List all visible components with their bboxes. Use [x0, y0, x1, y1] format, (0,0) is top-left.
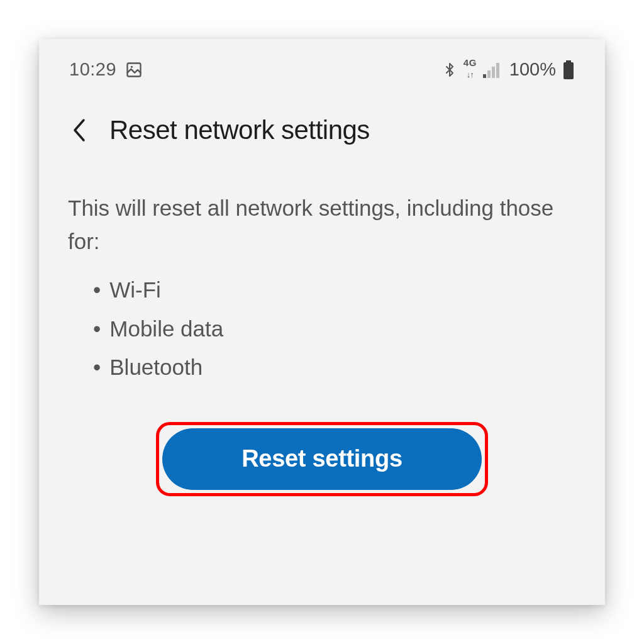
data-arrows-icon: ↓↑	[467, 70, 474, 79]
svg-rect-2	[483, 74, 486, 78]
page-title: Reset network settings	[109, 115, 370, 145]
list-item: Bluetooth	[93, 348, 576, 387]
status-right: 4G ↓↑ 100%	[442, 59, 575, 80]
highlight-annotation: Reset settings	[156, 422, 488, 496]
list-item: Wi-Fi	[93, 270, 576, 309]
button-container: Reset settings	[68, 422, 576, 496]
status-left: 10:29	[69, 59, 143, 80]
reset-settings-button[interactable]: Reset settings	[162, 428, 482, 490]
svg-rect-3	[487, 70, 491, 78]
list-item: Mobile data	[93, 309, 576, 348]
settings-screen: 10:29 4G ↓↑	[39, 39, 605, 605]
svg-rect-6	[566, 60, 571, 62]
bluetooth-icon	[442, 60, 457, 79]
back-button[interactable]	[68, 118, 92, 142]
svg-rect-4	[492, 67, 495, 78]
battery-icon	[562, 60, 575, 79]
svg-rect-5	[496, 63, 499, 78]
svg-rect-7	[564, 62, 574, 79]
description-text: This will reset all network settings, in…	[68, 192, 576, 258]
status-bar: 10:29 4G ↓↑	[68, 57, 576, 86]
reset-items-list: Wi-Fi Mobile data Bluetooth	[93, 270, 576, 387]
battery-percentage: 100%	[509, 59, 556, 80]
network-type: 4G ↓↑	[464, 60, 477, 79]
page-header: Reset network settings	[68, 115, 576, 145]
clock: 10:29	[69, 59, 116, 80]
svg-point-1	[131, 65, 133, 67]
signal-icon	[483, 62, 502, 78]
picture-icon	[125, 61, 143, 79]
